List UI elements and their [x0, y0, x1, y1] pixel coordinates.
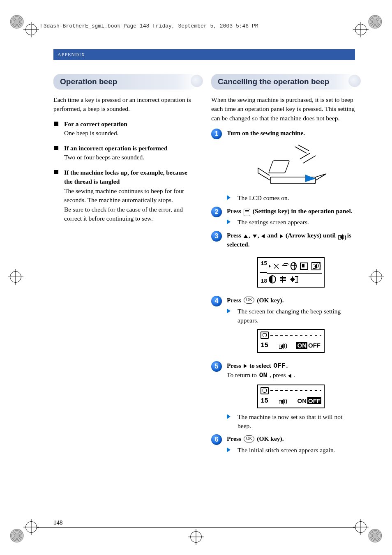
- on-off-indicator: ONOFF: [296, 397, 321, 404]
- step-heading: Press OK (OK key).: [227, 296, 355, 305]
- list-item: For a correct operation One beep is soun…: [53, 120, 197, 138]
- dashed-line: [270, 390, 321, 391]
- step-result: The settings screen appears.: [227, 218, 355, 227]
- result-arrow-icon: [227, 447, 234, 452]
- speaker-icon: [279, 399, 286, 405]
- step-5: 5 Press to select OFF. To return to ON ,…: [211, 361, 355, 431]
- arrow-right-icon: [244, 364, 247, 368]
- heading-cancel-beep: Cancelling the operation beep: [211, 74, 355, 90]
- crosshair-icon: [371, 271, 382, 283]
- list-item: If an incorrect operation is performed T…: [53, 144, 197, 162]
- ok-key-icon: OK: [244, 297, 254, 304]
- lcd-number: 15: [261, 397, 268, 405]
- list-item-title: For a correct operation: [64, 120, 127, 127]
- intro-text: When the sewing machine is purchased, it…: [211, 95, 355, 123]
- result-text: The initial stitch screen appears again.: [238, 446, 335, 455]
- lcd-number: 18: [261, 278, 267, 284]
- step-heading: Press OK (OK key).: [227, 434, 355, 443]
- list-item: If the machine locks up, for example, be…: [53, 168, 197, 223]
- svg-rect-1: [269, 161, 290, 173]
- result-text: The screen for changing the beep setting…: [238, 307, 355, 325]
- lcd-beep-off-screen: 15 ONOFF: [257, 385, 325, 408]
- speaker-icon: [279, 343, 286, 349]
- list-item-body: The sewing machine continues to beep for…: [64, 187, 184, 203]
- running-header: F3dash-BrotherE_sgml.book Page 148 Frida…: [40, 23, 258, 29]
- result-text: The machine is now set so that it will n…: [238, 412, 355, 430]
- presser-foot-icon: [261, 387, 269, 394]
- arrow-left-icon: [261, 234, 265, 238]
- step-result: The machine is now set so that it will n…: [227, 412, 355, 430]
- step-number-badge: 4: [211, 296, 222, 306]
- ok-key-icon: OK: [244, 435, 254, 442]
- step-result: The LCD comes on.: [227, 193, 355, 203]
- registration-target-icon: [10, 529, 24, 543]
- decorative-rule: [90, 53, 351, 57]
- width-adjust-icon: [290, 276, 298, 282]
- section-header-appendix: APPENDIX: [53, 49, 355, 60]
- step-result: The screen for changing the beep setting…: [227, 307, 355, 325]
- heading-text: Operation beep: [60, 77, 117, 86]
- arrow-up-icon: [244, 235, 248, 238]
- sewing-machine-illustration: [254, 141, 328, 190]
- dashed-line: [270, 335, 321, 336]
- step-number-badge: 5: [211, 361, 222, 372]
- list-item-title: If an incorrect operation is performed: [64, 145, 168, 152]
- intro-text: Each time a key is pressed or an incorre…: [53, 95, 197, 114]
- contrast-icon: [269, 275, 276, 283]
- registration-target-icon: [368, 15, 382, 29]
- arrow-right-icon: [280, 234, 283, 238]
- step-1: 1 Turn on the sewing machine.: [211, 129, 355, 202]
- step-3: 3 Press , , and (Arrow keys) until is s: [211, 231, 355, 291]
- step-result: The initial stitch screen appears again.: [227, 446, 355, 455]
- step-heading: Press , , and (Arrow keys) until is sele…: [227, 231, 355, 249]
- page-number: 148: [53, 519, 63, 526]
- appendix-label: APPENDIX: [58, 52, 85, 58]
- arrow-left-icon: [288, 374, 291, 378]
- on-off-indicator: ONOFF: [296, 342, 321, 349]
- crosshair-icon: [25, 521, 37, 533]
- result-arrow-icon: [227, 309, 234, 313]
- on-glyph-icon: ON: [259, 371, 267, 380]
- list-item-title: If the machine locks up, for example, be…: [64, 169, 187, 185]
- cursor-icon: [269, 265, 271, 268]
- list-item-body: Be sure to check for the cause of the er…: [64, 206, 183, 222]
- result-text: The settings screen appears.: [238, 218, 309, 227]
- speaker-icon: [338, 234, 345, 240]
- language-icon: [291, 262, 297, 270]
- step-heading: Press (Settings key) in the operation pa…: [227, 207, 355, 216]
- speaker-selected-icon: [311, 262, 321, 270]
- registration-target-icon: [368, 529, 382, 543]
- result-arrow-icon: [227, 219, 234, 224]
- crosshair-icon: [355, 24, 367, 35]
- step-heading: Press to select OFF. To return to ON , p…: [227, 361, 355, 380]
- crosshair-icon: [190, 531, 202, 543]
- step-4: 4 Press OK (OK key). The screen for chan…: [211, 296, 355, 357]
- page-content: APPENDIX Operation beep Each time a key …: [53, 49, 355, 459]
- result-text: The LCD comes on.: [238, 193, 289, 203]
- step-number-badge: 3: [211, 231, 222, 242]
- lcd-number: 15: [261, 260, 267, 267]
- step-heading: Turn on the sewing machine.: [227, 129, 305, 136]
- list-item-body: One beep is sounded.: [64, 129, 119, 136]
- list-item-body: Two or four beeps are sounded.: [64, 154, 144, 161]
- step-number-badge: 2: [211, 207, 222, 217]
- step-number-badge: 1: [211, 129, 222, 139]
- decorative-bump-icon: [191, 75, 203, 87]
- result-arrow-icon: [227, 195, 234, 200]
- column-right: Cancelling the operation beep When the s…: [211, 74, 355, 459]
- column-left: Operation beep Each time a key is presse…: [53, 74, 197, 459]
- presser-foot-height-icon: [280, 276, 286, 283]
- decorative-bump-icon: [348, 75, 361, 87]
- heading-text: Cancelling the operation beep: [218, 77, 329, 86]
- presser-foot-icon: [261, 332, 269, 339]
- tension-icon: [282, 263, 287, 269]
- settings-key-icon: [244, 209, 250, 216]
- registration-target-icon: [10, 15, 24, 29]
- heading-operation-beep: Operation beep: [53, 74, 197, 90]
- step-number-badge: 6: [211, 434, 222, 445]
- result-arrow-icon: [227, 414, 234, 419]
- step-6: 6 Press OK (OK key). The initial stitch …: [211, 434, 355, 454]
- bullet-list: For a correct operation One beep is soun…: [53, 120, 197, 223]
- lcd-settings-screen: 15 18: [257, 257, 325, 288]
- crosshair-icon: [10, 271, 21, 283]
